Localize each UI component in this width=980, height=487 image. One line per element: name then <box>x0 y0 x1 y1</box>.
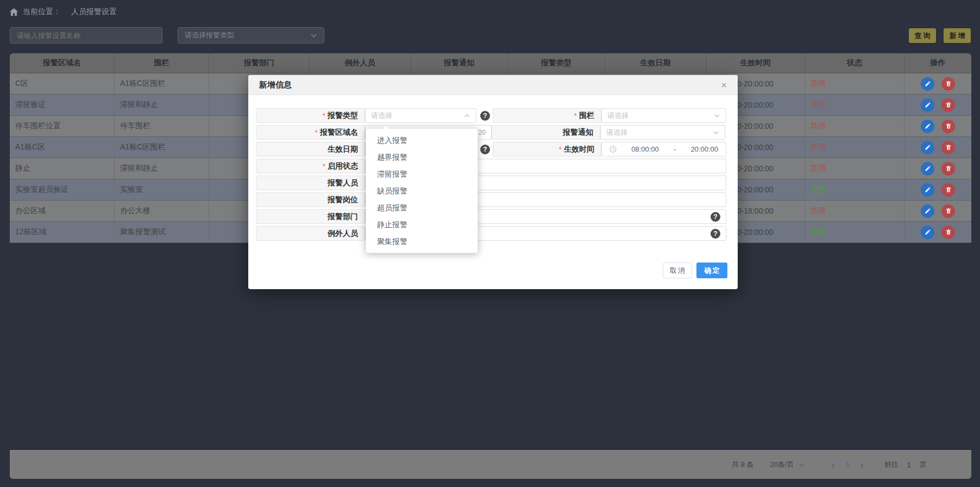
cell-area: 滞留验证 <box>10 95 115 116</box>
dropdown-option[interactable]: 聚集报警 <box>366 233 478 250</box>
delete-button[interactable] <box>941 183 955 197</box>
fence-placeholder: 请选择 <box>607 111 629 121</box>
pencil-icon <box>925 123 931 129</box>
pencil-icon <box>925 229 931 235</box>
alarm-type-label: * 报警类型 <box>256 108 365 123</box>
cell-area: A1栋C区 <box>10 137 115 158</box>
dropdown-option[interactable]: 进入报警 <box>366 132 478 149</box>
table-header-row: 报警区域名 围栏 报警部门 例外人员 报警通知 报警类型 生效日期 生效时间 状… <box>10 53 971 73</box>
alarm-type-dropdown: 进入报警 越界报警 滞留报警 缺员报警 超员报警 静止报警 聚集报警 <box>366 128 478 253</box>
cell-fence: 实验室 <box>115 179 209 201</box>
cell-status: 启用 <box>805 179 904 201</box>
chevron-down-icon <box>799 462 805 468</box>
form-row-area-name: * 报警区域名 0/20 报警通知 请选择 <box>256 125 726 140</box>
confirm-button[interactable]: 确定 <box>696 263 727 278</box>
delete-button[interactable] <box>941 204 955 218</box>
pencil-icon <box>925 102 931 108</box>
delete-button[interactable] <box>941 98 955 112</box>
fence-label: * 围栏 <box>493 108 601 123</box>
cell-area: C区 <box>10 73 115 95</box>
alarm-type-filter-select[interactable]: 请选择报警类型 <box>178 27 324 43</box>
edit-button[interactable] <box>921 226 934 239</box>
cell-ops <box>904 201 971 222</box>
dropdown-option[interactable]: 静止报警 <box>366 216 478 233</box>
alarm-type-filter-placeholder: 请选择报警类型 <box>185 30 234 40</box>
cell-ops <box>904 137 971 158</box>
notify-select[interactable]: 请选择 <box>600 125 725 140</box>
search-input[interactable] <box>10 27 162 43</box>
col-header-fence: 围栏 <box>115 53 209 73</box>
close-icon[interactable]: × <box>721 80 727 90</box>
page: { "colors": { "status_disabled": "#a3544… <box>0 0 980 487</box>
trash-icon <box>945 229 952 235</box>
cell-fence: 滞留和静止 <box>115 158 209 179</box>
prev-page-button[interactable]: ‹ <box>832 460 835 470</box>
pencil-icon <box>925 208 931 214</box>
dropdown-option[interactable]: 滞留报警 <box>366 166 478 183</box>
trash-icon <box>945 102 952 108</box>
effective-time-range[interactable]: 08:00:00 - 20:00:00 <box>601 142 726 157</box>
required-mark: * <box>315 128 318 137</box>
cell-status: 禁用 <box>805 116 904 137</box>
trash-icon <box>945 144 952 151</box>
query-button[interactable]: 查询 <box>909 28 936 43</box>
fence-label-text: 围栏 <box>579 111 594 121</box>
edit-button[interactable] <box>921 162 934 176</box>
delete-button[interactable] <box>941 226 955 239</box>
col-header-date: 生效日期 <box>605 53 706 73</box>
cell-fence: 办公大楼 <box>115 201 209 222</box>
cancel-button[interactable]: 取消 <box>663 263 692 278</box>
time-end[interactable]: 20:00:00 <box>690 145 718 153</box>
edit-button[interactable] <box>921 98 934 112</box>
help-icon[interactable]: ? <box>480 145 490 154</box>
dropdown-option[interactable]: 缺员报警 <box>366 183 478 199</box>
alarm-dept-label-text: 报警部门 <box>328 212 358 222</box>
add-button[interactable]: 新增 <box>944 28 971 43</box>
page-unit-label: 页 <box>920 460 927 470</box>
help-icon[interactable]: ? <box>480 111 490 121</box>
help-icon[interactable]: ? <box>711 212 720 222</box>
effective-date-label-text: 生效日期 <box>328 145 358 154</box>
cell-status: 禁用 <box>805 73 904 95</box>
edit-button[interactable] <box>921 183 934 197</box>
edit-button[interactable] <box>921 120 934 133</box>
chevron-down-icon <box>310 32 317 39</box>
col-header-status: 状态 <box>805 53 904 73</box>
alarm-type-select[interactable]: 请选择 <box>365 108 476 123</box>
cell-area: 12栋区域 <box>10 222 115 243</box>
goto-page-input[interactable]: 1 <box>907 461 911 469</box>
page-size-select[interactable]: 20条/页 <box>770 460 805 470</box>
pencil-icon <box>925 80 931 87</box>
form-row-effective-date: 生效日期 ? * 生效时间 08:00:00 - 20:00:00 <box>256 142 726 157</box>
delete-button[interactable] <box>941 120 955 133</box>
edit-button[interactable] <box>921 204 934 218</box>
dropdown-option[interactable]: 超员报警 <box>366 199 478 216</box>
delete-button[interactable] <box>941 162 955 176</box>
alarm-person-label-text: 报警人员 <box>328 178 358 188</box>
help-icon[interactable]: ? <box>711 229 720 239</box>
delete-button[interactable] <box>941 77 955 91</box>
footer-bar: 共 8 条 20条/页 ‹ 1 › 前往 1 页 <box>10 450 971 479</box>
cell-fence: 停车围栏 <box>115 116 209 137</box>
col-header-area: 报警区域名 <box>10 53 115 73</box>
edit-button[interactable] <box>921 141 934 154</box>
breadcrumb-page: 人员报警设置 <box>71 7 117 17</box>
col-header-dept: 报警部门 <box>209 53 310 73</box>
status-badge: 启用 <box>811 227 826 237</box>
area-name-label-text: 报警区域名 <box>320 128 358 138</box>
required-mark: * <box>323 111 325 120</box>
current-page[interactable]: 1 <box>845 460 850 469</box>
effective-time-label: * 生效时间 <box>493 142 601 157</box>
status-badge: 禁用 <box>811 164 826 173</box>
edit-button[interactable] <box>921 77 934 91</box>
col-header-ops: 操作 <box>904 53 971 73</box>
next-page-button[interactable]: › <box>860 460 864 470</box>
cell-status: 禁用 <box>805 137 904 158</box>
dropdown-option[interactable]: 越界报警 <box>366 149 478 166</box>
clock-icon <box>610 146 617 153</box>
fence-select[interactable]: 请选择 <box>601 108 726 123</box>
time-start[interactable]: 08:00:00 <box>631 145 659 153</box>
exception-person-label-text: 例外人员 <box>328 229 358 239</box>
notify-label: 报警通知 <box>492 125 600 140</box>
delete-button[interactable] <box>941 141 955 154</box>
